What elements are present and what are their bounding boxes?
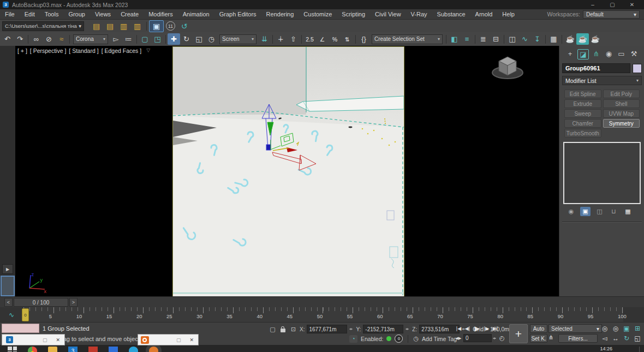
expand-panel-button[interactable]: ▶ [2,264,13,274]
close-icon[interactable]: ✕ [189,337,194,343]
minimize-icon[interactable]: – [583,0,603,9]
keyboard-shortcut-override-icon[interactable]: ⇧ [287,33,300,45]
undo-icon[interactable]: ↶ [1,33,14,45]
menu-item[interactable]: Edit [20,10,40,19]
menu-item[interactable]: Civil View [370,10,406,19]
frame-spinner[interactable] [493,336,496,341]
app-icon[interactable]: 3 [3,2,9,8]
maximize-viewport-toggle-icon[interactable]: ◱ [632,333,643,343]
menu-item[interactable]: Customize [299,10,337,19]
project-path-dropdown[interactable]: C:\Users\user\...s\спальня тіна ▾ [2,21,84,31]
isolate-selection-icon[interactable]: ▢ [269,326,277,333]
viewport-layout-tab[interactable] [1,276,15,296]
z-coordinate-field[interactable]: 2733,516m [419,325,460,333]
time-slider[interactable]: 0 [22,308,29,321]
max-preview-popup[interactable]: 3 ▢ ✕ [2,334,65,345]
adaptive-degradation-icon[interactable]: ◔ [349,335,357,343]
tab-hierarchy[interactable]: ⋔ [591,49,601,58]
y-coordinate-field[interactable]: -2152,713m [363,325,403,333]
select-and-scale-icon[interactable]: ◱ [193,33,205,45]
app-blue-icon[interactable] [109,347,118,352]
tab-display[interactable]: ▭ [616,49,627,58]
percent-snap-toggle-icon[interactable]: % [329,33,341,45]
zoom-all-icon[interactable]: ◎ [610,324,621,333]
select-and-manipulate-icon[interactable]: ∔ [275,33,287,45]
modifier-btn-edit-poly[interactable]: Edit Poly [603,90,640,98]
viewport-general-menu[interactable]: [ + ] [17,47,27,54]
3ds-max-taskbar-icon[interactable]: 3 [68,347,77,352]
play-button[interactable]: ▶ [472,324,482,332]
modifier-btn-chamfer[interactable]: Chamfer [564,119,601,128]
edit-named-selection-sets-icon[interactable]: {} [357,33,370,45]
snaps-toggle-icon[interactable]: 2.5 [303,33,316,45]
remove-modifier-icon[interactable]: ⊔ [609,207,619,216]
object-name-field[interactable]: Group60961 [562,63,630,73]
filters-button[interactable]: Filters... [558,334,598,343]
align-icon[interactable]: ≡ [461,33,473,45]
render-production-icon[interactable]: ☕ [589,33,601,45]
selection-lock-icon[interactable] [281,329,285,332]
script-import-icon[interactable]: ▥ [130,21,144,32]
toggle-scene-explorer-icon[interactable]: ◫ [506,33,518,45]
modifier-btn-sweep[interactable]: Sweep [564,109,601,118]
tab-utilities[interactable]: ⚒ [629,49,639,58]
selection-filter-dropdown[interactable]: Corona ▾ [73,34,108,44]
select-object-icon[interactable]: ▻ [110,33,122,45]
viewcube[interactable] [485,50,530,84]
previous-frame-arrow[interactable]: < [4,298,13,307]
modifier-btn-uvw-map[interactable]: UVW Map [603,109,640,118]
pin-stack-icon[interactable]: ◉ [566,207,576,216]
time-ruler[interactable]: 0510152025303540455055606570758085909510… [23,307,623,322]
x-spinner[interactable] [349,326,353,332]
absolute-mode-icon[interactable]: ⊡ [289,326,297,333]
y-spinner[interactable] [406,326,409,332]
zoom-icon[interactable]: ◎ [599,324,610,333]
mini-curve-editor-icon[interactable]: ∿ [0,307,23,322]
next-frame-button[interactable]: |▶ [482,324,491,332]
tab-create[interactable]: + [565,49,575,58]
new-key-filter-icon[interactable]: ⋔ [548,334,553,341]
taskbar-preview-thumbnail[interactable] [2,324,39,333]
pan-view-icon[interactable]: ↔ [610,333,621,343]
spinner-snap-toggle-icon[interactable]: ⇅ [341,33,354,45]
script-folder-icon[interactable]: ▤ [103,21,117,32]
perspective-viewport[interactable]: [ + ] [ Perspective ] [ Standard ] [ Edg… [15,46,559,296]
close-icon[interactable]: ✕ [622,0,642,9]
viewport-filter-icon[interactable]: ▽ [146,47,150,54]
render-setup-icon[interactable]: ☕ [564,33,576,45]
select-and-move-icon[interactable]: ✚ [168,33,180,45]
toggle-ribbon-icon[interactable]: ⊟ [490,33,502,45]
time-configuration-icon[interactable]: ◴ [499,335,505,342]
maximize-icon[interactable]: ▢ [603,0,622,9]
menu-item[interactable]: Graph Editors [214,10,261,19]
start-button[interactable] [8,347,17,352]
window-crossing-icon[interactable]: ◳ [151,33,164,45]
tab-motion[interactable]: ◉ [604,49,614,58]
auto-key-button[interactable]: Auto [530,324,547,333]
menu-item[interactable]: File [0,10,20,19]
modifier-btn-symmetry[interactable]: Symmetry [603,119,640,128]
object-color-swatch[interactable] [633,64,642,73]
unlink-selection-icon[interactable]: ⊘ [43,33,55,45]
maximize-icon[interactable]: ▢ [176,337,181,343]
key-mode-toggle[interactable]: ◀▶ [455,336,462,341]
show-end-result-icon[interactable]: ▣ [580,207,591,216]
menu-item[interactable]: Tools [40,10,64,19]
toggle-layer-explorer-icon[interactable]: ≣ [477,33,490,45]
select-by-name-icon[interactable]: ≔ [122,33,135,45]
app-preview-popup[interactable]: ▢ ✕ [138,334,199,345]
modifier-btn-edit-spline[interactable]: Edit Spline [564,90,601,98]
menu-item[interactable]: Substance [432,10,470,19]
autobackup-count-badge[interactable]: 11 [164,21,177,32]
menu-item[interactable]: Modifiers [144,10,178,19]
orbit-icon[interactable]: ↻ [621,333,632,343]
viewport-pov-menu[interactable]: [ Perspective ] [30,47,67,54]
show-desktop-button[interactable] [639,347,640,352]
previous-frame-button[interactable]: ◀| [463,324,472,332]
menu-item[interactable]: V-Ray [406,10,432,19]
menu-item[interactable]: Arnold [470,10,498,19]
reference-coordinate-system-dropdown[interactable]: Screen ▾ [219,34,257,44]
file-explorer-icon[interactable] [48,347,57,352]
key-filter-dropdown[interactable]: Selected ▾ [548,324,602,333]
viewport-style-menu[interactable]: [ Standard ] [69,47,98,54]
